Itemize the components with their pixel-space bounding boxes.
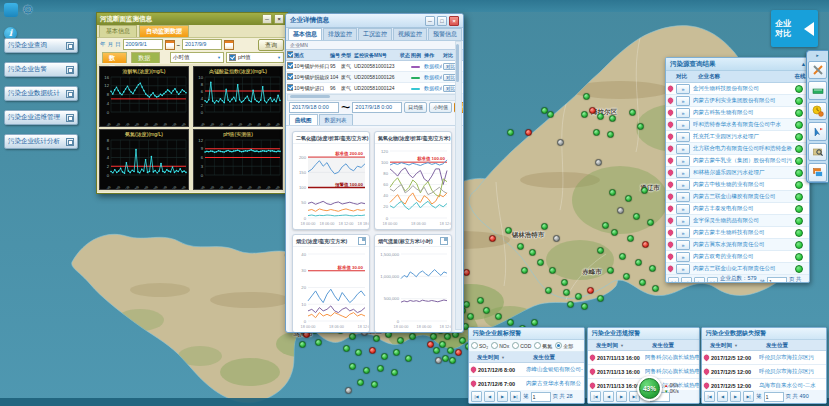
enterprise-marker[interactable] xyxy=(567,301,574,308)
daily-value-button[interactable]: 日均值 xyxy=(404,102,427,113)
enterprise-marker[interactable] xyxy=(537,259,544,266)
filter-funnel-icon[interactable]: ▼ xyxy=(620,343,624,348)
enterprise-marker[interactable] xyxy=(433,347,440,354)
company-row[interactable]: » 内蒙古双奇药业有限公司 xyxy=(666,251,809,263)
alarm-location-link[interactable]: 乌海市自来水公司-二水 xyxy=(759,382,826,389)
enterprise-marker[interactable] xyxy=(602,222,609,229)
enterprise-marker[interactable] xyxy=(525,129,532,136)
enterprise-marker[interactable] xyxy=(373,335,380,342)
company-row[interactable]: » 内蒙古冀东水泥有限责任公司 xyxy=(666,239,809,251)
enterprise-marker[interactable] xyxy=(597,113,604,120)
enterprise-marker[interactable] xyxy=(477,297,484,304)
filter-funnel-icon[interactable]: ▼ xyxy=(501,355,505,360)
filter-radio-all[interactable]: 全部 xyxy=(555,342,573,349)
measure-tools-icon[interactable] xyxy=(808,61,827,80)
toolbar-collapse-icon[interactable]: ▸ xyxy=(816,53,819,59)
alarm-row[interactable]: 2017/12/5 12:00 呼伦贝尔市海拉尔区污 xyxy=(702,365,826,379)
ruler-icon[interactable] xyxy=(808,81,827,100)
company-row[interactable]: » 内蒙古伊利实业集团股份有限公司 xyxy=(666,95,809,107)
company-name-link[interactable]: 金河生物科技股份有限公司 xyxy=(693,85,795,92)
enterprise-marker[interactable] xyxy=(639,279,646,286)
enterprise-marker[interactable] xyxy=(391,369,398,376)
tab-warning-info[interactable]: 预警信息 xyxy=(428,28,462,40)
sidebar-item-enterprise-query[interactable]: 污染企业查询 xyxy=(4,38,78,53)
alarm-location-link[interactable]: 赤峰山金银铅有限公司- xyxy=(526,366,584,373)
window-titlebar[interactable]: 河流断面监测信息 ─ × xyxy=(97,13,287,25)
enterprise-marker[interactable] xyxy=(463,301,470,308)
date-from-input[interactable]: 2017/9/18 0:00 xyxy=(289,102,339,113)
calendar-icon[interactable] xyxy=(224,40,234,50)
alarm-location-link[interactable]: 阿鲁科尔沁旗长城热电 xyxy=(645,354,699,361)
locate-compare-button[interactable]: » xyxy=(676,132,690,142)
enterprise-marker[interactable] xyxy=(427,341,434,348)
enterprise-marker[interactable] xyxy=(505,227,512,234)
tab-video-monitor[interactable]: 视频监控 xyxy=(393,28,427,40)
company-row[interactable]: » 呼和浩特春华水务有限责任公司中水 xyxy=(666,119,809,131)
enterprise-marker[interactable] xyxy=(345,387,352,394)
enterprise-marker[interactable] xyxy=(593,129,600,136)
enterprise-marker[interactable] xyxy=(583,93,590,100)
enterprise-marker[interactable] xyxy=(642,241,649,248)
enterprise-marker[interactable] xyxy=(315,339,322,346)
enterprise-marker[interactable] xyxy=(623,273,630,280)
enterprise-marker[interactable] xyxy=(371,381,378,388)
alarm-location-link[interactable]: 呼伦贝尔市海拉尔区污 xyxy=(759,354,826,361)
first-page-button[interactable]: |◀ xyxy=(471,391,482,402)
enterprise-marker[interactable] xyxy=(541,223,548,230)
enterprise-marker[interactable] xyxy=(641,187,648,194)
quick-range-day[interactable]: 日 xyxy=(115,41,121,48)
locate-compare-button[interactable]: » xyxy=(676,264,690,274)
subtab-data-chart[interactable]: 数据图 xyxy=(102,52,127,63)
company-row[interactable]: » 内蒙古蒙牛乳业（集团）股份有限公司污 xyxy=(666,155,809,167)
company-name-link[interactable]: 内蒙古中牧生物药业有限公司 xyxy=(693,181,795,188)
enterprise-marker[interactable] xyxy=(439,341,446,348)
layers-icon[interactable] xyxy=(808,163,827,182)
history-clock-icon[interactable] xyxy=(808,102,827,121)
last-page-button[interactable]: ▶| xyxy=(743,391,754,402)
enterprise-marker[interactable] xyxy=(597,295,604,302)
sidebar-item-enterprise-operation[interactable]: 污染企业运维管理 xyxy=(4,110,78,125)
enterprise-marker[interactable] xyxy=(467,313,474,320)
locate-compare-button[interactable]: » xyxy=(676,96,690,106)
company-name-link[interactable]: 托克托工业园区污水处理厂 xyxy=(693,133,795,140)
enterprise-marker[interactable] xyxy=(430,333,437,340)
minimize-button[interactable]: ─ xyxy=(425,16,435,26)
enterprise-marker[interactable] xyxy=(507,129,514,136)
enterprise-marker[interactable] xyxy=(629,109,636,116)
quick-range-year[interactable]: 年 xyxy=(100,41,106,48)
expand-chart-icon[interactable] xyxy=(358,237,366,245)
date-from-input[interactable]: 2009/9/1 xyxy=(123,39,163,50)
enterprise-marker[interactable] xyxy=(343,345,350,352)
row-checkbox[interactable] xyxy=(287,73,293,80)
enterprise-marker[interactable] xyxy=(587,287,594,294)
company-name-link[interactable]: 内蒙古三联金山橡胶有限责任公司 xyxy=(693,193,795,200)
select-pointer-icon[interactable] xyxy=(808,122,827,141)
expand-chart-icon[interactable] xyxy=(440,237,448,245)
company-row[interactable]: » 托克托工业园区污水处理厂 xyxy=(666,131,809,143)
monitor-point-row[interactable]: 10号锅炉脱硫设施104 废气UD200581000126 数据模式 对比 xyxy=(286,72,463,83)
subtab-data-list[interactable]: 数据列表 xyxy=(131,52,160,63)
company-row[interactable]: » 内蒙古蒙丰生物科技有限公司 xyxy=(666,227,809,239)
first-page-button[interactable]: |◀ xyxy=(590,391,601,402)
first-page-button[interactable]: |◀ xyxy=(668,277,679,284)
enterprise-marker[interactable] xyxy=(581,303,588,310)
hourly-value-button[interactable]: 小时值 xyxy=(429,102,452,113)
alarm-row[interactable]: 2017/12/5 12:00 呼伦贝尔市海拉尔区污 xyxy=(702,351,826,365)
company-name-link[interactable]: 内蒙古双奇药业有限公司 xyxy=(693,253,795,260)
enterprise-marker[interactable] xyxy=(637,123,644,130)
alarm-row[interactable]: 2017/11/13 16:00 阿鲁科尔沁旗长城热电 xyxy=(588,351,699,365)
company-row[interactable]: » 内蒙古中牧生物药业有限公司 xyxy=(666,179,809,191)
enterprise-marker[interactable] xyxy=(529,249,536,256)
tab-auto-monitor-data[interactable]: 自动监测数据 xyxy=(139,25,189,37)
locate-compare-button[interactable]: » xyxy=(676,240,690,250)
expand-chart-icon[interactable] xyxy=(451,134,453,142)
select-all-checkbox[interactable] xyxy=(287,51,293,58)
alarm-row[interactable]: 2017/12/6 7:00 内蒙古亚华水务有限公 xyxy=(469,377,584,391)
data-mode-link[interactable]: 数据模式 xyxy=(423,63,442,69)
next-page-button[interactable]: ▶ xyxy=(694,277,705,284)
enterprise-marker[interactable] xyxy=(617,207,624,214)
company-row[interactable]: » 内蒙古丰泰发电有限公司 xyxy=(666,203,809,215)
enterprise-marker[interactable] xyxy=(581,111,588,118)
interval-select[interactable]: 小时值 ▼ xyxy=(170,52,224,63)
enterprise-marker[interactable] xyxy=(531,319,538,326)
